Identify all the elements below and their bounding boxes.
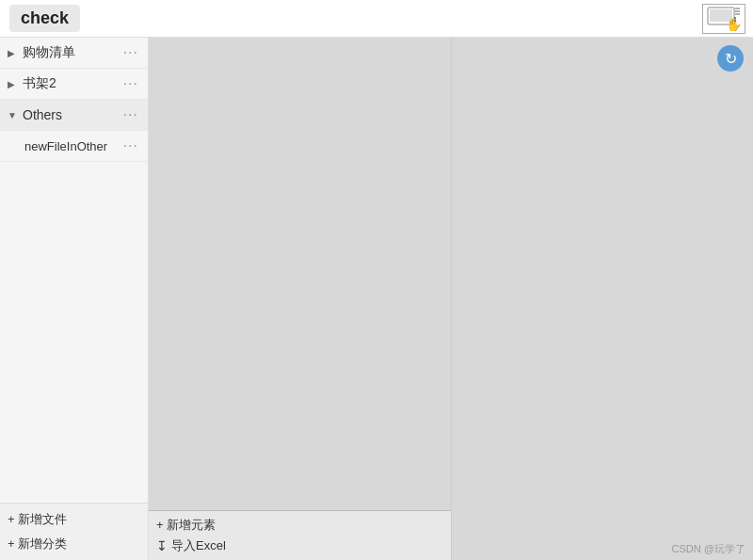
arrow-icon-bookshelf: ▶ — [8, 79, 17, 89]
add-category-label: + 新增分类 — [8, 536, 67, 552]
more-btn-shopping[interactable]: ··· — [121, 44, 140, 61]
header: check ✋ — [0, 0, 753, 38]
more-btn-bookshelf[interactable]: ··· — [121, 75, 140, 92]
app-title: check — [9, 5, 80, 32]
more-btn-newfile[interactable]: ··· — [121, 137, 140, 154]
right-panel-top: ↻ — [452, 38, 753, 79]
add-category-button[interactable]: + 新增分类 — [8, 534, 140, 554]
sidebar-item-bookshelf[interactable]: ▶ 书架2 ··· — [0, 69, 148, 100]
sidebar-subitem-newfile-label: newFileInOther — [24, 139, 121, 153]
middle-footer: + 新增元素 ↧ 导入Excel — [149, 510, 451, 560]
add-element-label: + 新增元素 — [156, 517, 216, 534]
right-panel: ↻ CSDN @玩学了 — [452, 38, 753, 560]
import-excel-label: 导入Excel — [171, 537, 226, 554]
add-file-label: + 新增文件 — [8, 511, 67, 528]
more-btn-others[interactable]: ··· — [121, 106, 140, 123]
svg-point-6 — [734, 17, 736, 19]
sidebar-footer: + 新增文件 + 新增分类 — [0, 503, 148, 560]
sidebar-item-shopping-label: 购物清单 — [23, 44, 121, 61]
add-element-button[interactable]: + 新增元素 — [156, 517, 443, 534]
import-icon: ↧ — [156, 538, 168, 553]
middle-content — [149, 38, 451, 510]
screenshot-icon: ✋ — [707, 7, 741, 31]
sidebar-item-others-label: Others — [23, 107, 121, 122]
watermark-text: CSDN @玩学了 — [672, 543, 745, 554]
svg-point-7 — [734, 20, 736, 22]
middle-panel: + 新增元素 ↧ 导入Excel — [149, 38, 452, 560]
add-file-button[interactable]: + 新增文件 — [8, 509, 140, 530]
screenshot-icon-button[interactable]: ✋ — [702, 4, 745, 34]
sidebar-item-bookshelf-label: 书架2 — [23, 75, 121, 92]
arrow-icon-shopping: ▶ — [8, 48, 17, 58]
sidebar: ▶ 购物清单 ··· ▶ 书架2 ··· ▼ Others ··· newFil… — [0, 38, 149, 560]
sync-icon-symbol: ↻ — [725, 50, 737, 68]
csdn-watermark: CSDN @玩学了 — [665, 538, 753, 560]
main-content: ▶ 购物清单 ··· ▶ 书架2 ··· ▼ Others ··· newFil… — [0, 38, 753, 560]
import-excel-button[interactable]: ↧ 导入Excel — [156, 537, 443, 554]
sidebar-subitem-newfile[interactable]: newFileInOther ··· — [0, 131, 148, 162]
sync-button[interactable]: ↻ — [717, 45, 744, 72]
sidebar-item-shopping[interactable]: ▶ 购物清单 ··· — [0, 38, 148, 69]
sidebar-list: ▶ 购物清单 ··· ▶ 书架2 ··· ▼ Others ··· newFil… — [0, 38, 148, 503]
sidebar-item-others[interactable]: ▼ Others ··· — [0, 100, 148, 131]
svg-text:✋: ✋ — [726, 17, 741, 31]
arrow-icon-others: ▼ — [8, 110, 17, 120]
